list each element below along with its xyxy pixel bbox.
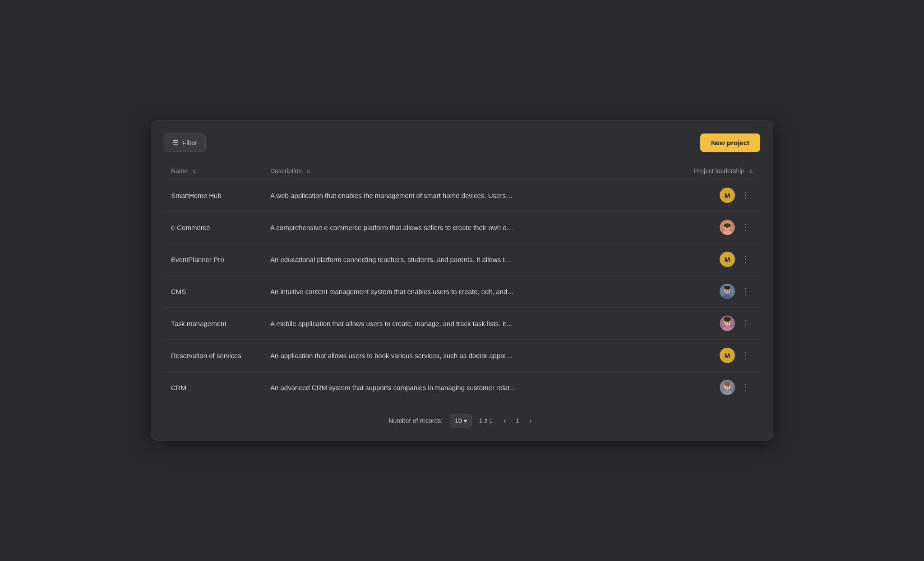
leadership-cell: ⋮ — [686, 380, 753, 395]
cell-name: Task management — [164, 308, 263, 340]
cell-name: Reservation of services — [164, 340, 263, 372]
page-navigation: ‹ 1 › — [500, 415, 535, 427]
sort-description-icon: ⇅ — [306, 169, 310, 175]
row-more-button[interactable]: ⋮ — [739, 349, 753, 362]
row-more-button[interactable]: ⋮ — [739, 221, 753, 234]
table-row: e-Commerce A comprehensive e-commerce pl… — [164, 212, 760, 244]
row-more-button[interactable]: ⋮ — [739, 317, 753, 330]
cell-leadership: ⋮ — [679, 276, 760, 308]
svg-point-4 — [725, 226, 726, 227]
chevron-down-icon: ▾ — [464, 417, 467, 424]
cell-leadership: M ⋮ — [679, 179, 760, 212]
records-per-page-select[interactable]: 10 ▾ — [450, 414, 472, 428]
cell-leadership: ⋮ — [679, 372, 760, 404]
col-header-leadership[interactable]: Project leadership ⇅ — [679, 163, 760, 179]
table-row: SmartHome Hub A web application that ena… — [164, 179, 760, 212]
svg-point-3 — [724, 223, 731, 228]
filter-button[interactable]: ☰ Filter — [164, 133, 206, 152]
cell-name: e-Commerce — [164, 212, 263, 244]
cell-leadership: M ⋮ — [679, 244, 760, 276]
row-more-button[interactable]: ⋮ — [739, 253, 753, 266]
leadership-cell: M ⋮ — [686, 252, 753, 267]
leadership-cell: M ⋮ — [686, 348, 753, 363]
avatar — [720, 284, 735, 299]
current-page-number: 1 — [512, 415, 523, 426]
cell-description: A comprehensive e-commerce platform that… — [263, 212, 679, 244]
cell-description: A web application that enables the manag… — [263, 179, 679, 212]
row-more-button[interactable]: ⋮ — [739, 285, 753, 298]
col-leadership-label: Project leadership — [694, 167, 744, 175]
page-info: 1 z 1 — [479, 417, 493, 424]
col-header-description[interactable]: Description ⇅ — [263, 163, 679, 179]
table-row: Reservation of services An application t… — [164, 340, 760, 372]
pagination: Number of records: 10 ▾ 1 z 1 ‹ 1 › — [164, 414, 760, 428]
avatar — [720, 316, 735, 331]
avatar — [720, 220, 735, 235]
cell-leadership: ⋮ — [679, 212, 760, 244]
avatar — [720, 380, 735, 395]
cell-name: SmartHome Hub — [164, 179, 263, 212]
svg-point-10 — [725, 290, 726, 291]
toolbar: ☰ Filter New project — [164, 133, 760, 152]
leadership-cell: ⋮ — [686, 284, 753, 299]
cell-description: An advanced CRM system that supports com… — [263, 372, 679, 404]
table-row: EventPlanner Pro An educational platform… — [164, 244, 760, 276]
svg-point-21 — [724, 382, 730, 386]
row-more-button[interactable]: ⋮ — [739, 381, 753, 394]
cell-name: CRM — [164, 372, 263, 404]
cell-description: An application that allows users to book… — [263, 340, 679, 372]
svg-point-17 — [728, 322, 729, 323]
table-row: CRM An advanced CRM system that supports… — [164, 372, 760, 404]
cell-leadership: M ⋮ — [679, 340, 760, 372]
sort-leadership-icon: ⇅ — [749, 169, 753, 175]
filter-label: Filter — [182, 139, 197, 147]
avatar: M — [720, 348, 735, 363]
svg-point-15 — [724, 317, 731, 322]
next-page-button[interactable]: › — [526, 415, 535, 427]
col-description-label: Description — [270, 167, 302, 175]
svg-point-16 — [725, 322, 726, 323]
projects-table: Name ⇅ Description ⇅ Project leadership … — [164, 163, 760, 403]
records-value: 10 — [455, 417, 462, 424]
cell-name: EventPlanner Pro — [164, 244, 263, 276]
avatar: M — [720, 188, 735, 203]
table-row: CMS An intuitive content management syst… — [164, 276, 760, 308]
col-header-name[interactable]: Name ⇅ — [164, 163, 263, 179]
svg-point-9 — [724, 286, 731, 290]
avatar: M — [720, 252, 735, 267]
leadership-cell: ⋮ — [686, 220, 753, 235]
new-project-button[interactable]: New project — [700, 133, 760, 152]
row-more-button[interactable]: ⋮ — [739, 189, 753, 202]
cell-description: An intuitive content management system t… — [263, 276, 679, 308]
leadership-cell: M ⋮ — [686, 188, 753, 203]
col-name-label: Name — [171, 167, 188, 175]
svg-point-23 — [728, 386, 729, 387]
table-row: Task management A mobile application tha… — [164, 308, 760, 340]
cell-leadership: ⋮ — [679, 308, 760, 340]
svg-point-5 — [728, 226, 729, 227]
svg-point-11 — [728, 290, 729, 291]
cell-description: A mobile application that allows users t… — [263, 308, 679, 340]
leadership-cell: ⋮ — [686, 316, 753, 331]
cell-description: An educational platform connecting teach… — [263, 244, 679, 276]
sort-name-icon: ⇅ — [192, 169, 196, 175]
records-label: Number of records: — [388, 417, 443, 424]
filter-icon: ☰ — [172, 138, 179, 147]
prev-page-button[interactable]: ‹ — [500, 415, 509, 427]
main-container: ☰ Filter New project Name ⇅ Description … — [151, 120, 773, 441]
svg-point-22 — [725, 386, 726, 387]
cell-name: CMS — [164, 276, 263, 308]
table-header-row: Name ⇅ Description ⇅ Project leadership … — [164, 163, 760, 179]
